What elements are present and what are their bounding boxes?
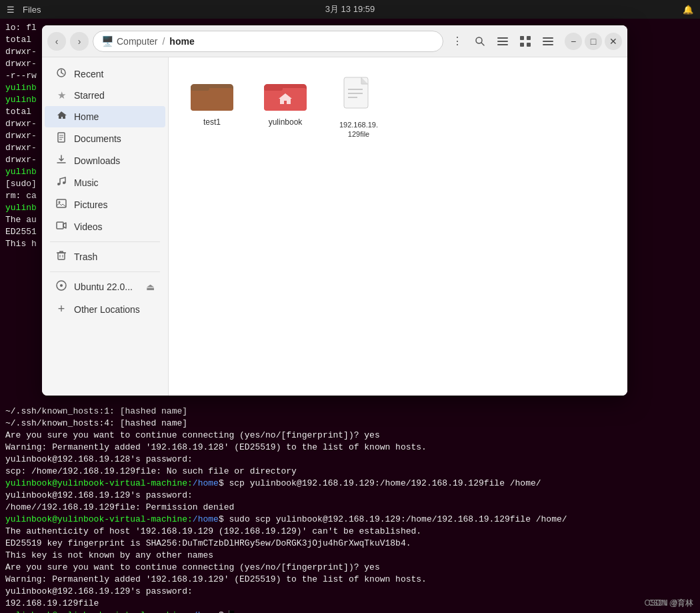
top-bar-menu-icon[interactable]: ☰ — [7, 5, 15, 15]
file-item-192file[interactable]: 192.168.19.129file — [329, 71, 389, 145]
music-icon — [55, 176, 67, 189]
sidebar-item-music-label: Music — [74, 177, 99, 188]
sidebar-item-pictures-label: Pictures — [74, 199, 108, 210]
sidebar-item-other-locations[interactable]: + Other Locations — [45, 298, 165, 320]
svg-rect-24 — [57, 222, 63, 229]
view-list-button[interactable] — [493, 31, 513, 51]
file-name-test1: test1 — [203, 117, 221, 128]
svg-rect-10 — [543, 41, 553, 42]
forward-button[interactable]: › — [70, 32, 89, 51]
svg-rect-8 — [527, 43, 531, 47]
svg-rect-4 — [497, 44, 508, 45]
hamburger-button[interactable] — [538, 31, 558, 51]
sidebar-item-music[interactable]: Music — [45, 172, 165, 193]
svg-rect-22 — [57, 199, 66, 207]
close-button[interactable]: ✕ — [605, 33, 622, 50]
svg-rect-3 — [497, 41, 508, 42]
titlebar: ‹ › 🖥️ Computer / home ⋮ — [42, 25, 627, 57]
breadcrumb-current: home — [169, 36, 194, 47]
sidebar-item-starred-label: Starred — [74, 90, 105, 101]
file-icon-192 — [343, 76, 375, 116]
svg-point-23 — [59, 201, 61, 203]
file-name-192: 192.168.19.129file — [339, 120, 378, 139]
files-area: test1 yulinbook — [169, 57, 627, 396]
svg-point-21 — [63, 181, 65, 184]
svg-rect-11 — [543, 44, 553, 45]
csdn-watermark: CSDN @育林 — [644, 598, 693, 609]
trash-icon — [55, 250, 67, 263]
menu-dots-button[interactable]: ⋮ — [447, 31, 467, 51]
top-bar-right: 🔔 — [683, 5, 693, 15]
sidebar-item-videos-label: Videos — [74, 221, 103, 232]
top-bar: ☰ Files 3月 13 19:59 🔔 — [0, 0, 700, 19]
search-button[interactable] — [470, 31, 490, 51]
app-name: Files — [23, 5, 41, 15]
sidebar: Recent ★ Starred Home Documents — [42, 57, 169, 396]
file-item-test1[interactable]: test1 — [182, 71, 242, 145]
sidebar-item-ubuntu[interactable]: Ubuntu 22.0... ⏏ — [45, 276, 165, 297]
sidebar-item-downloads[interactable]: Downloads — [45, 150, 165, 171]
svg-rect-36 — [264, 85, 283, 91]
minimize-button[interactable]: − — [565, 33, 582, 50]
back-button[interactable]: ‹ — [47, 32, 66, 51]
svg-point-30 — [60, 284, 63, 287]
documents-icon — [55, 132, 67, 145]
sidebar-item-recent-label: Recent — [74, 69, 103, 79]
breadcrumb-computer[interactable]: Computer — [117, 36, 157, 47]
home-icon — [55, 110, 67, 123]
breadcrumb-separator: / — [162, 36, 165, 47]
ubuntu-icon — [55, 280, 67, 293]
sidebar-item-recent[interactable]: Recent — [45, 63, 165, 85]
sidebar-divider — [50, 241, 160, 242]
sidebar-item-documents[interactable]: Documents — [45, 128, 165, 149]
bell-icon: 🔔 — [683, 5, 693, 15]
downloads-icon — [55, 154, 67, 167]
path-bar: 🖥️ Computer / home — [93, 31, 443, 52]
sidebar-item-downloads-label: Downloads — [74, 155, 120, 166]
svg-rect-7 — [520, 43, 524, 47]
videos-icon — [55, 220, 67, 233]
svg-rect-2 — [497, 37, 508, 39]
sidebar-item-home-label: Home — [74, 111, 99, 122]
top-bar-left: ☰ Files — [7, 5, 41, 15]
recent-icon — [55, 67, 67, 81]
top-bar-time: 3月 13 19:59 — [325, 3, 375, 15]
eject-icon[interactable]: ⏏ — [146, 281, 155, 292]
svg-rect-25 — [58, 253, 65, 259]
svg-point-20 — [57, 183, 60, 185]
sidebar-item-ubuntu-label: Ubuntu 22.0... — [74, 281, 139, 292]
sidebar-item-home[interactable]: Home — [45, 106, 165, 127]
file-name-yulinbook: yulinbook — [269, 117, 303, 128]
svg-line-1 — [481, 43, 484, 45]
folder-icon-yulinbook — [264, 76, 307, 113]
window-controls: − □ ✕ — [565, 33, 622, 50]
file-manager-window: ‹ › 🖥️ Computer / home ⋮ — [42, 25, 627, 396]
folder-icon-test1 — [191, 76, 233, 113]
toolbar-right: ⋮ — [447, 31, 558, 51]
sidebar-item-trash[interactable]: Trash — [45, 246, 165, 267]
svg-rect-33 — [191, 85, 209, 91]
svg-rect-9 — [543, 37, 553, 39]
svg-line-14 — [61, 73, 63, 74]
view-toggle-button[interactable] — [515, 31, 535, 51]
sidebar-item-trash-label: Trash — [74, 251, 97, 262]
file-manager-body: Recent ★ Starred Home Documents — [42, 57, 627, 396]
pictures-icon — [55, 198, 67, 211]
sidebar-item-videos[interactable]: Videos — [45, 216, 165, 237]
svg-rect-5 — [520, 36, 524, 40]
sidebar-divider-2 — [50, 271, 160, 272]
svg-rect-6 — [527, 36, 531, 40]
sidebar-item-starred[interactable]: ★ Starred — [45, 85, 165, 105]
sidebar-item-other-label: Other Locations — [74, 304, 140, 315]
other-locations-icon: + — [55, 302, 67, 316]
terminal-bottom: ~/.ssh/known_hosts:1: [hashed name] ~/.s… — [5, 406, 567, 613]
sidebar-item-pictures[interactable]: Pictures — [45, 194, 165, 215]
computer-icon: 🖥️ — [101, 35, 114, 47]
file-item-yulinbook[interactable]: yulinbook — [255, 71, 315, 145]
maximize-button[interactable]: □ — [585, 33, 602, 50]
svg-rect-32 — [191, 88, 233, 111]
star-icon: ★ — [55, 89, 67, 101]
sidebar-item-documents-label: Documents — [74, 133, 121, 144]
